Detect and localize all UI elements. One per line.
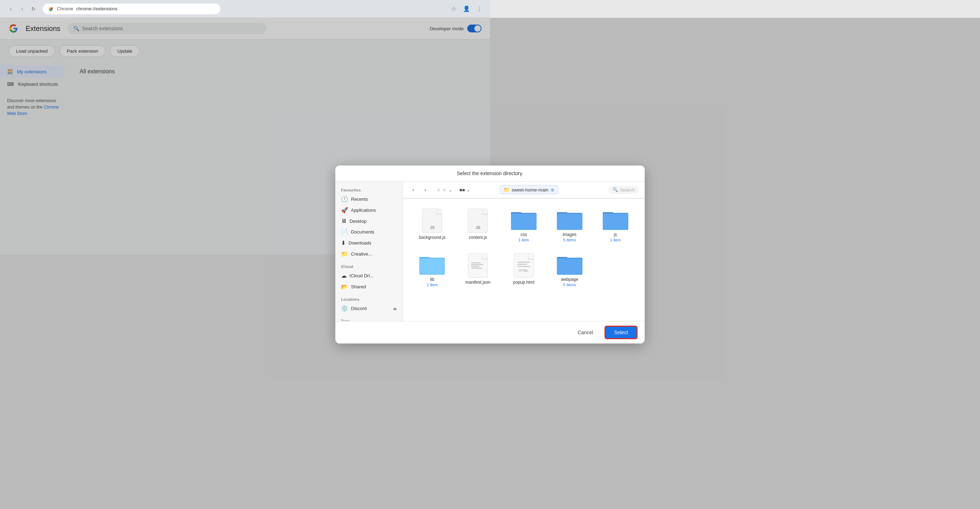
downloads-label: Downloads [348, 240, 371, 246]
recents-icon: 🕐 [341, 196, 348, 203]
sidebar-item-recents[interactable]: 🕐 Recents [335, 194, 402, 205]
documents-icon: 📄 [341, 228, 348, 235]
applications-icon: 🚀 [341, 207, 348, 214]
applications-label: Applications [351, 207, 376, 213]
chevron-down-icon: ⌄ [449, 187, 452, 193]
favourites-label: Favourites [335, 186, 402, 194]
documents-label: Documents [351, 229, 374, 235]
url-text: chrome://extensions [76, 6, 117, 11]
grid-icon: ◽◽ [436, 187, 447, 193]
sidebar-item-applications[interactable]: 🚀 Applications [335, 205, 402, 216]
site-name: Chrome [57, 6, 73, 11]
bookmark-button[interactable]: ☆ [449, 4, 459, 14]
browser-chrome: ‹ › ↻ Chrome chrome://extensions ☆ 👤 ⋮ [0, 0, 490, 18]
chevron-down-icon-2: ⌄ [466, 187, 471, 193]
favourites-section: Favourites 🕐 Recents 🚀 Applications 🖥 De… [335, 186, 402, 254]
back-button[interactable]: ‹ [6, 4, 16, 14]
sidebar-item-creative[interactable]: 📁 Creative... [335, 249, 402, 254]
file-grid: JS background.js JS content.js [403, 199, 490, 254]
picker-toolbar: ‹ › ◽◽ ⌄ ■■ ⌄ 📁 sweet-home-main ⊕ [403, 182, 490, 198]
js-file-icon: JS [422, 209, 442, 233]
picker-back-button[interactable]: ‹ [409, 185, 418, 194]
js-file-icon-2: JS [468, 209, 488, 233]
picker-sidebar: Favourites 🕐 Recents 🚀 Applications 🖥 De… [335, 182, 403, 254]
file-item-background-js[interactable]: JS background.js [411, 206, 453, 245]
file-item-lib[interactable]: lib 1 item [411, 251, 453, 254]
json-file-icon [468, 254, 488, 254]
file-item-content-js[interactable]: JS content.js [457, 206, 490, 245]
picker-forward-button[interactable]: › [421, 185, 430, 194]
creative-label: Creative... [351, 251, 372, 254]
picker-main: ‹ › ◽◽ ⌄ ■■ ⌄ 📁 sweet-home-main ⊕ [403, 182, 490, 254]
view-toggle-group: ◽◽ ⌄ ■■ ⌄ [433, 186, 473, 194]
file-picker-dialog: Select the extension directory. Favourit… [335, 166, 490, 254]
folder-icon-lib [419, 254, 445, 254]
dialog-title: Select the extension directory. [335, 166, 490, 182]
desktop-icon: 🖥 [341, 218, 347, 224]
recents-label: Recents [351, 196, 368, 202]
browser-actions: ☆ 👤 ⋮ [449, 4, 484, 14]
dialog-body: Favourites 🕐 Recents 🚀 Applications 🖥 De… [335, 182, 490, 254]
file-item-manifest[interactable]: manifest.json [457, 251, 490, 254]
sidebar-item-downloads[interactable]: ⬇ Downloads [335, 238, 402, 249]
reload-button[interactable]: ↻ [29, 4, 38, 14]
address-bar[interactable]: Chrome chrome://extensions [43, 3, 221, 14]
desktop-label: Desktop [350, 219, 367, 224]
forward-button[interactable]: › [17, 4, 27, 14]
list-icon: ■■ [460, 187, 465, 193]
profile-button[interactable]: 👤 [461, 4, 471, 14]
downloads-icon: ⬇ [341, 239, 346, 246]
file-name: background.js [419, 235, 445, 240]
creative-icon: 📁 [341, 251, 348, 254]
nav-buttons: ‹ › ↻ [6, 4, 38, 14]
list-view-button[interactable]: ■■ ⌄ [457, 186, 473, 194]
sidebar-item-desktop[interactable]: 🖥 Desktop [335, 216, 402, 227]
sidebar-item-documents[interactable]: 📄 Documents [335, 227, 402, 238]
file-name-2: content.js [469, 235, 487, 240]
grid-view-button[interactable]: ◽◽ ⌄ [433, 186, 455, 194]
chrome-logo-icon [48, 6, 54, 12]
menu-button[interactable]: ⋮ [474, 4, 484, 14]
